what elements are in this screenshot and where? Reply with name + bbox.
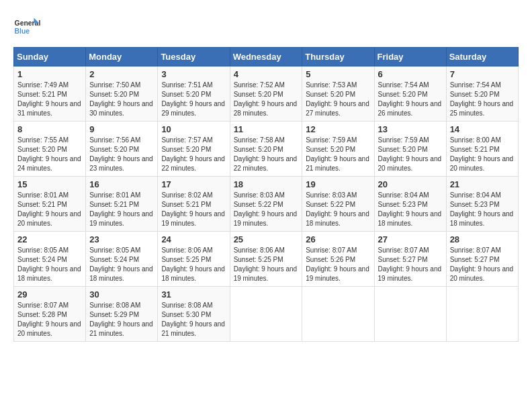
calendar-day-cell: 9 Sunrise: 7:56 AM Sunset: 5:20 PM Dayli… — [86, 122, 158, 177]
day-number: 1 — [17, 69, 82, 79]
weekday-header: Wednesday — [230, 48, 302, 66]
day-number: 19 — [306, 179, 370, 189]
calendar-day-cell — [302, 287, 374, 342]
day-number: 6 — [378, 69, 443, 79]
day-info: Sunrise: 8:04 AM Sunset: 5:23 PM Dayligh… — [378, 191, 443, 228]
day-info: Sunrise: 7:59 AM Sunset: 5:20 PM Dayligh… — [378, 136, 443, 173]
day-info: Sunrise: 8:01 AM Sunset: 5:21 PM Dayligh… — [17, 191, 82, 228]
day-number: 28 — [450, 234, 515, 244]
calendar-day-cell: 27 Sunrise: 8:07 AM Sunset: 5:27 PM Dayl… — [374, 232, 446, 287]
calendar-day-cell: 1 Sunrise: 7:49 AM Sunset: 5:21 PM Dayli… — [14, 66, 86, 122]
day-number: 30 — [89, 289, 154, 300]
calendar-day-cell: 13 Sunrise: 7:59 AM Sunset: 5:20 PM Dayl… — [374, 122, 446, 177]
day-info: Sunrise: 7:56 AM Sunset: 5:20 PM Dayligh… — [89, 136, 154, 173]
day-info: Sunrise: 7:57 AM Sunset: 5:20 PM Dayligh… — [161, 136, 226, 173]
calendar-day-cell: 29 Sunrise: 8:07 AM Sunset: 5:28 PM Dayl… — [14, 287, 86, 342]
calendar-day-cell: 19 Sunrise: 8:03 AM Sunset: 5:22 PM Dayl… — [302, 177, 374, 232]
day-info: Sunrise: 8:07 AM Sunset: 5:27 PM Dayligh… — [450, 246, 515, 283]
calendar-week-row: 29 Sunrise: 8:07 AM Sunset: 5:28 PM Dayl… — [14, 287, 519, 342]
day-info: Sunrise: 8:01 AM Sunset: 5:21 PM Dayligh… — [89, 191, 154, 228]
day-info: Sunrise: 8:08 AM Sunset: 5:29 PM Dayligh… — [89, 301, 154, 338]
day-number: 22 — [17, 234, 82, 244]
calendar-day-cell: 18 Sunrise: 8:03 AM Sunset: 5:22 PM Dayl… — [230, 177, 302, 232]
day-info: Sunrise: 8:07 AM Sunset: 5:28 PM Dayligh… — [17, 301, 82, 338]
calendar-day-cell: 17 Sunrise: 8:02 AM Sunset: 5:21 PM Dayl… — [158, 177, 230, 232]
day-number: 20 — [378, 179, 443, 189]
calendar-day-cell: 14 Sunrise: 8:00 AM Sunset: 5:21 PM Dayl… — [446, 122, 518, 177]
day-number: 25 — [234, 234, 299, 244]
calendar-day-cell: 28 Sunrise: 8:07 AM Sunset: 5:27 PM Dayl… — [446, 232, 518, 287]
weekday-header: Tuesday — [158, 48, 230, 66]
day-number: 2 — [89, 69, 154, 79]
day-info: Sunrise: 7:50 AM Sunset: 5:20 PM Dayligh… — [89, 81, 154, 118]
calendar-week-row: 8 Sunrise: 7:55 AM Sunset: 5:20 PM Dayli… — [14, 122, 519, 177]
weekday-header: Sunday — [14, 48, 86, 66]
day-number: 21 — [450, 179, 515, 189]
calendar-day-cell: 11 Sunrise: 7:58 AM Sunset: 5:20 PM Dayl… — [230, 122, 302, 177]
day-info: Sunrise: 7:55 AM Sunset: 5:20 PM Dayligh… — [17, 136, 82, 173]
weekday-header: Friday — [374, 48, 446, 66]
calendar-day-cell: 15 Sunrise: 8:01 AM Sunset: 5:21 PM Dayl… — [14, 177, 86, 232]
day-info: Sunrise: 8:04 AM Sunset: 5:23 PM Dayligh… — [450, 191, 515, 228]
logo: General Blue — [13, 13, 44, 40]
day-info: Sunrise: 8:05 AM Sunset: 5:24 PM Dayligh… — [89, 246, 154, 283]
calendar-header: SundayMondayTuesdayWednesdayThursdayFrid… — [14, 48, 519, 66]
calendar-day-cell: 16 Sunrise: 8:01 AM Sunset: 5:21 PM Dayl… — [86, 177, 158, 232]
day-info: Sunrise: 8:03 AM Sunset: 5:22 PM Dayligh… — [306, 191, 370, 228]
calendar-day-cell: 31 Sunrise: 8:08 AM Sunset: 5:30 PM Dayl… — [158, 287, 230, 342]
calendar-day-cell: 20 Sunrise: 8:04 AM Sunset: 5:23 PM Dayl… — [374, 177, 446, 232]
day-number: 5 — [306, 69, 370, 79]
weekday-header: Monday — [86, 48, 158, 66]
svg-text:Blue: Blue — [15, 28, 30, 35]
calendar-day-cell: 12 Sunrise: 7:59 AM Sunset: 5:20 PM Dayl… — [302, 122, 374, 177]
day-info: Sunrise: 8:07 AM Sunset: 5:26 PM Dayligh… — [306, 246, 370, 283]
calendar-day-cell — [446, 287, 518, 342]
day-number: 4 — [234, 69, 299, 79]
calendar-day-cell: 5 Sunrise: 7:53 AM Sunset: 5:20 PM Dayli… — [302, 66, 374, 122]
weekday-header: Saturday — [446, 48, 518, 66]
day-number: 12 — [306, 124, 370, 134]
day-info: Sunrise: 7:59 AM Sunset: 5:20 PM Dayligh… — [306, 136, 370, 173]
day-info: Sunrise: 7:52 AM Sunset: 5:20 PM Dayligh… — [234, 81, 299, 118]
calendar-day-cell: 21 Sunrise: 8:04 AM Sunset: 5:23 PM Dayl… — [446, 177, 518, 232]
day-number: 11 — [234, 124, 299, 134]
calendar-day-cell: 30 Sunrise: 8:08 AM Sunset: 5:29 PM Dayl… — [86, 287, 158, 342]
day-info: Sunrise: 7:49 AM Sunset: 5:21 PM Dayligh… — [17, 81, 82, 118]
calendar-day-cell — [230, 287, 302, 342]
day-number: 29 — [17, 289, 82, 300]
calendar-week-row: 1 Sunrise: 7:49 AM Sunset: 5:21 PM Dayli… — [14, 66, 519, 122]
day-info: Sunrise: 7:54 AM Sunset: 5:20 PM Dayligh… — [378, 81, 443, 118]
calendar-day-cell: 4 Sunrise: 7:52 AM Sunset: 5:20 PM Dayli… — [230, 66, 302, 122]
calendar-day-cell: 2 Sunrise: 7:50 AM Sunset: 5:20 PM Dayli… — [86, 66, 158, 122]
day-number: 9 — [89, 124, 154, 134]
calendar-day-cell: 25 Sunrise: 8:06 AM Sunset: 5:25 PM Dayl… — [230, 232, 302, 287]
day-info: Sunrise: 7:54 AM Sunset: 5:20 PM Dayligh… — [450, 81, 515, 118]
day-number: 13 — [378, 124, 443, 134]
day-info: Sunrise: 8:07 AM Sunset: 5:27 PM Dayligh… — [378, 246, 443, 283]
page-header: General Blue — [13, 13, 519, 40]
calendar-day-cell: 22 Sunrise: 8:05 AM Sunset: 5:24 PM Dayl… — [14, 232, 86, 287]
weekday-header: Thursday — [302, 48, 374, 66]
calendar-table: SundayMondayTuesdayWednesdayThursdayFrid… — [13, 47, 519, 342]
calendar-day-cell: 24 Sunrise: 8:06 AM Sunset: 5:25 PM Dayl… — [158, 232, 230, 287]
day-info: Sunrise: 8:05 AM Sunset: 5:24 PM Dayligh… — [17, 246, 82, 283]
day-info: Sunrise: 7:53 AM Sunset: 5:20 PM Dayligh… — [306, 81, 370, 118]
logo-icon: General Blue — [13, 13, 40, 40]
day-number: 24 — [161, 234, 226, 244]
calendar-week-row: 22 Sunrise: 8:05 AM Sunset: 5:24 PM Dayl… — [14, 232, 519, 287]
calendar-day-cell: 26 Sunrise: 8:07 AM Sunset: 5:26 PM Dayl… — [302, 232, 374, 287]
day-info: Sunrise: 7:51 AM Sunset: 5:20 PM Dayligh… — [161, 81, 226, 118]
day-number: 27 — [378, 234, 443, 244]
day-info: Sunrise: 8:00 AM Sunset: 5:21 PM Dayligh… — [450, 136, 515, 173]
day-number: 10 — [161, 124, 226, 134]
day-number: 7 — [450, 69, 515, 79]
day-info: Sunrise: 8:08 AM Sunset: 5:30 PM Dayligh… — [161, 301, 226, 338]
day-number: 23 — [89, 234, 154, 244]
calendar-day-cell: 8 Sunrise: 7:55 AM Sunset: 5:20 PM Dayli… — [14, 122, 86, 177]
day-info: Sunrise: 7:58 AM Sunset: 5:20 PM Dayligh… — [234, 136, 299, 173]
day-info: Sunrise: 8:03 AM Sunset: 5:22 PM Dayligh… — [234, 191, 299, 228]
day-number: 8 — [17, 124, 82, 134]
calendar-day-cell: 7 Sunrise: 7:54 AM Sunset: 5:20 PM Dayli… — [446, 66, 518, 122]
day-number: 26 — [306, 234, 370, 244]
calendar-day-cell: 3 Sunrise: 7:51 AM Sunset: 5:20 PM Dayli… — [158, 66, 230, 122]
